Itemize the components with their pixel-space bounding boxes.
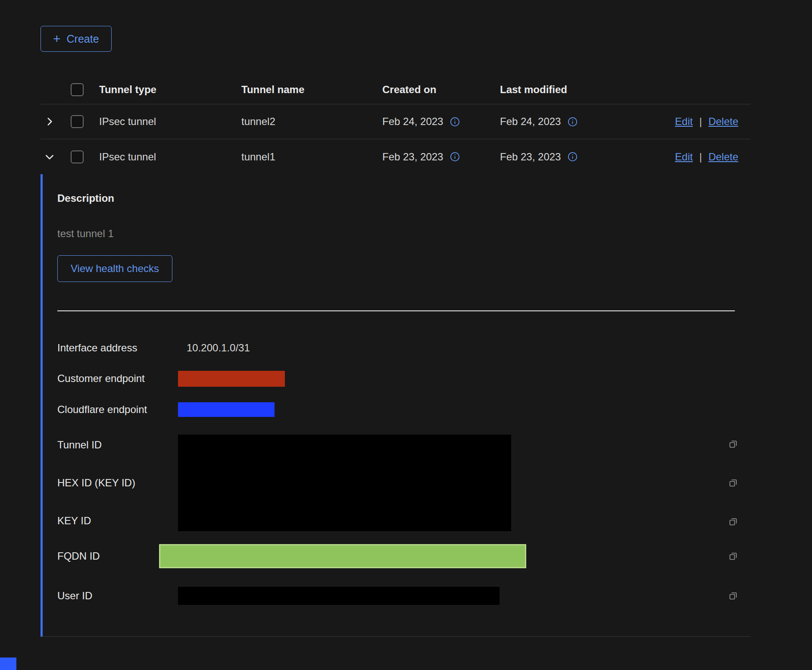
description-value: test tunnel 1 xyxy=(57,228,750,240)
last-modified-cell: Feb 23, 2023 xyxy=(500,151,561,163)
key-id-label: KEY ID xyxy=(57,515,178,527)
tunnel-name-cell: tunnel2 xyxy=(241,116,382,128)
interface-address-label: Interface address xyxy=(57,342,178,354)
fqdn-id-row: FQDN ID xyxy=(57,543,750,569)
view-health-checks-button[interactable]: View health checks xyxy=(57,255,172,282)
user-id-row: User ID xyxy=(57,583,750,609)
interface-address-value: 10.200.1.0/31 xyxy=(178,342,716,354)
info-icon[interactable] xyxy=(567,116,578,127)
select-all-checkbox[interactable] xyxy=(71,83,84,96)
cloudflare-endpoint-label: Cloudflare endpoint xyxy=(57,404,178,416)
corner-accent xyxy=(0,657,16,670)
create-button-label: Create xyxy=(67,33,99,45)
tunnel-ids-redacted-value xyxy=(178,435,511,531)
header-tunnel-type: Tunnel type xyxy=(99,84,241,96)
table-row: IPsec tunnel tunnel2 Feb 24, 2023 Feb 24… xyxy=(41,104,750,139)
header-created-on: Created on xyxy=(382,84,500,96)
tunnels-table: Tunnel type Tunnel name Created on Last … xyxy=(41,75,750,637)
user-id-label: User ID xyxy=(57,590,178,602)
row-checkbox[interactable] xyxy=(71,150,84,163)
plus-icon: + xyxy=(53,32,61,45)
action-separator: | xyxy=(699,116,702,128)
interface-address-row: Interface address 10.200.1.0/31 xyxy=(57,333,750,363)
tunnel-name-cell: tunnel1 xyxy=(241,151,382,163)
table-row: IPsec tunnel tunnel1 Feb 23, 2023 Feb 23… xyxy=(41,139,750,174)
edit-link[interactable]: Edit xyxy=(675,116,693,128)
copy-icon[interactable] xyxy=(728,517,738,527)
tunnel-type-cell: IPsec tunnel xyxy=(99,151,241,163)
customer-endpoint-redacted-value xyxy=(178,371,285,387)
info-icon[interactable] xyxy=(450,151,460,162)
collapse-chevron-down-icon[interactable] xyxy=(41,151,65,163)
hex-id-label: HEX ID (KEY ID) xyxy=(57,477,178,489)
customer-endpoint-label: Customer endpoint xyxy=(57,373,178,385)
description-label: Description xyxy=(57,192,750,204)
edit-link[interactable]: Edit xyxy=(675,151,693,163)
fqdn-id-redacted-value xyxy=(159,544,526,568)
copy-icon[interactable] xyxy=(728,478,738,488)
row-checkbox[interactable] xyxy=(71,115,84,128)
table-header-row: Tunnel type Tunnel name Created on Last … xyxy=(41,75,750,104)
create-button[interactable]: + Create xyxy=(41,26,112,52)
created-on-cell: Feb 24, 2023 xyxy=(382,116,443,128)
header-last-modified: Last modified xyxy=(500,84,651,96)
copy-icon[interactable] xyxy=(728,439,738,449)
tunnels-page: + Create Tunnel type Tunnel name Created… xyxy=(0,0,812,670)
section-divider xyxy=(57,310,735,311)
customer-endpoint-row: Customer endpoint xyxy=(57,363,750,394)
tunnel-id-label: Tunnel ID xyxy=(57,439,178,451)
tunnel-detail-panel: Description test tunnel 1 View health ch… xyxy=(41,174,750,637)
info-icon[interactable] xyxy=(567,151,578,162)
tunnel-type-cell: IPsec tunnel xyxy=(99,116,241,128)
delete-link[interactable]: Delete xyxy=(709,116,738,128)
tunnel-ids-group: Tunnel ID HEX ID (KEY ID) KEY ID xyxy=(57,435,750,531)
created-on-cell: Feb 23, 2023 xyxy=(382,151,443,163)
copy-icon[interactable] xyxy=(716,551,750,561)
expand-chevron-right-icon[interactable] xyxy=(41,116,65,127)
cloudflare-endpoint-row: Cloudflare endpoint xyxy=(57,394,750,425)
action-separator: | xyxy=(699,151,702,163)
user-id-redacted-value xyxy=(178,587,500,605)
info-icon[interactable] xyxy=(450,116,460,127)
copy-icon[interactable] xyxy=(716,591,750,601)
last-modified-cell: Feb 24, 2023 xyxy=(500,116,561,128)
header-tunnel-name: Tunnel name xyxy=(241,84,382,96)
cloudflare-endpoint-redacted-value xyxy=(178,402,275,417)
delete-link[interactable]: Delete xyxy=(709,151,738,163)
